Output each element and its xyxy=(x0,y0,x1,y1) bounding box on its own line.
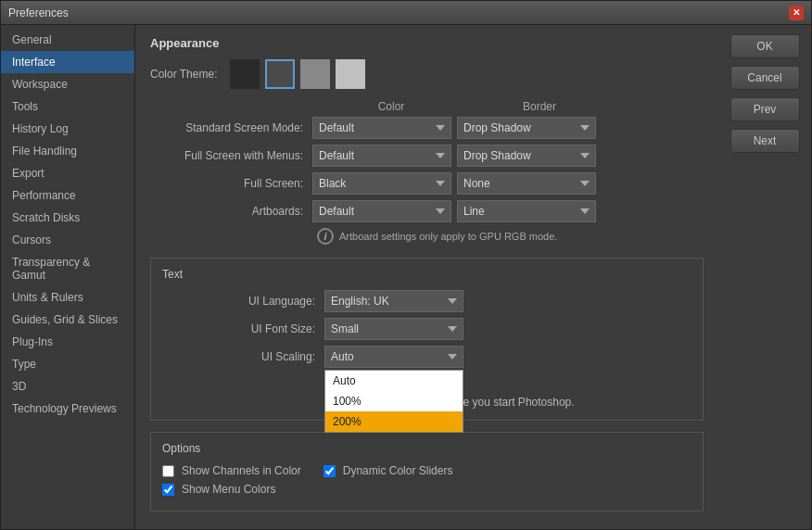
full-screen-controls: Default Black Gray White Drop Shadow Non… xyxy=(312,172,596,195)
text-section-title: Text xyxy=(162,268,691,281)
options-col-right: Dynamic Color Sliders xyxy=(324,464,453,501)
sidebar-item-3d[interactable]: 3D xyxy=(1,375,134,398)
artboards-row: Artboards: Default Black Drop Shadow Non… xyxy=(150,200,704,222)
color-theme-row: Color Theme: xyxy=(150,59,704,89)
window-title: Preferences xyxy=(8,6,69,19)
standard-screen-controls: Default Black Gray White Drop Shadow Non… xyxy=(312,117,596,139)
sidebar: General Interface Workspace Tools Histor… xyxy=(1,25,135,529)
full-screen-menus-controls: Default Black Drop Shadow None Line xyxy=(312,145,596,167)
sidebar-item-export[interactable]: Export xyxy=(1,162,134,184)
full-screen-row: Full Screen: Default Black Gray White xyxy=(150,172,704,195)
theme-swatch-dark[interactable] xyxy=(230,59,260,89)
show-menu-colors-label: Show Menu Colors xyxy=(182,483,275,496)
theme-swatch-medium-dark[interactable] xyxy=(265,59,295,89)
ui-font-size-label: UI Font Size: xyxy=(162,322,324,335)
dropdown-item-100[interactable]: 100% xyxy=(325,391,463,411)
dynamic-color-sliders-label: Dynamic Color Sliders xyxy=(343,464,453,477)
ui-scaling-label: UI Scaling: xyxy=(162,350,324,363)
sidebar-item-tools[interactable]: Tools xyxy=(1,95,134,118)
sidebar-item-performance[interactable]: Performance xyxy=(1,184,134,207)
close-button[interactable]: ✕ xyxy=(789,6,804,20)
main-panel: Appearance Color Theme: Color Border Sta… xyxy=(135,25,718,529)
options-col-left: Show Channels in Color Show Menu Colors xyxy=(162,464,301,501)
artboard-info-row: i Artboard settings only apply to GPU RG… xyxy=(317,228,704,245)
sidebar-item-workspace[interactable]: Workspace xyxy=(1,73,134,95)
ui-scaling-select-wrapper: Auto 100% 200% Auto 100% 200% xyxy=(324,346,463,368)
artboards-border-select[interactable]: Drop Shadow None Line xyxy=(457,200,596,222)
artboards-label: Artboards: xyxy=(150,205,312,218)
full-screen-menus-color-select[interactable]: Default Black xyxy=(312,145,451,167)
sidebar-item-guides-grid-slices[interactable]: Guides, Grid & Slices xyxy=(1,309,134,331)
artboards-color-select[interactable]: Default Black xyxy=(312,200,451,222)
standard-screen-color-wrapper: Default Black Gray White xyxy=(312,117,451,139)
show-menu-colors-checkbox[interactable] xyxy=(162,484,174,496)
next-button[interactable]: Next xyxy=(730,129,800,153)
full-screen-menus-border-select[interactable]: Drop Shadow None Line xyxy=(457,145,596,167)
info-icon: i xyxy=(317,228,334,245)
sidebar-item-transparency-gamut[interactable]: Transparency & Gamut xyxy=(1,251,134,286)
ui-font-size-select[interactable]: Small Medium Large xyxy=(324,318,463,340)
full-screen-menus-label: Full Screen with Menus: xyxy=(150,149,312,162)
full-screen-color-wrapper: Default Black Gray White xyxy=(312,172,451,195)
standard-screen-border-select[interactable]: Drop Shadow None Line xyxy=(457,117,596,139)
appearance-section: Appearance Color Theme: Color Border Sta… xyxy=(150,36,704,245)
show-menu-colors-row: Show Menu Colors xyxy=(162,483,301,496)
full-screen-color-select[interactable]: Default Black Gray White xyxy=(312,172,451,195)
sidebar-item-scratch-disks[interactable]: Scratch Disks xyxy=(1,207,134,229)
col-header-border: Border xyxy=(465,100,614,113)
options-title: Options xyxy=(162,442,691,455)
dynamic-color-sliders-checkbox[interactable] xyxy=(324,465,336,477)
color-theme-label: Color Theme: xyxy=(150,68,217,81)
full-screen-border-wrapper: Drop Shadow None Line xyxy=(457,172,596,195)
dropdown-item-auto[interactable]: Auto xyxy=(325,371,463,391)
ui-language-label: UI Language: xyxy=(162,295,324,308)
titlebar: Preferences ✕ xyxy=(1,1,811,25)
sidebar-item-plug-ins[interactable]: Plug-Ins xyxy=(1,331,134,353)
sidebar-item-technology-previews[interactable]: Technology Previews xyxy=(1,398,134,420)
theme-swatch-light[interactable] xyxy=(336,59,365,89)
sidebar-item-cursors[interactable]: Cursors xyxy=(1,229,134,251)
ui-scaling-row: UI Scaling: Auto 100% 200% Auto 100% 200… xyxy=(162,346,691,368)
show-channels-checkbox[interactable] xyxy=(162,465,174,477)
appearance-title: Appearance xyxy=(150,36,704,50)
ui-scaling-select[interactable]: Auto 100% 200% xyxy=(324,346,463,368)
prev-button[interactable]: Prev xyxy=(730,97,800,121)
artboard-info-text: Artboard settings only apply to GPU RGB … xyxy=(339,231,557,242)
sidebar-item-history-log[interactable]: History Log xyxy=(1,118,134,140)
dynamic-color-sliders-row: Dynamic Color Sliders xyxy=(324,464,453,477)
full-screen-label: Full Screen: xyxy=(150,177,312,190)
preferences-window: Preferences ✕ General Interface Workspac… xyxy=(0,0,812,530)
artboards-controls: Default Black Drop Shadow None Line xyxy=(312,200,596,222)
full-screen-menus-color-wrapper: Default Black xyxy=(312,145,451,167)
sidebar-item-file-handling[interactable]: File Handling xyxy=(1,140,134,162)
sidebar-item-interface[interactable]: Interface xyxy=(1,51,134,73)
cancel-button[interactable]: Cancel xyxy=(730,66,800,90)
standard-screen-label: Standard Screen Mode: xyxy=(150,121,312,134)
sidebar-item-units-rulers[interactable]: Units & Rulers xyxy=(1,286,134,309)
ui-font-size-row: UI Font Size: Small Medium Large xyxy=(162,318,691,340)
options-grid: Show Channels in Color Show Menu Colors … xyxy=(162,464,691,501)
theme-swatch-medium[interactable] xyxy=(300,59,330,89)
full-screen-menus-row: Full Screen with Menus: Default Black Dr… xyxy=(150,145,704,167)
standard-screen-color-select[interactable]: Default Black Gray White xyxy=(312,117,451,139)
standard-screen-border-wrapper: Drop Shadow None Line xyxy=(457,117,596,139)
ui-language-row: UI Language: English: UK English: US xyxy=(162,290,691,312)
show-channels-row: Show Channels in Color xyxy=(162,464,301,477)
sidebar-item-type[interactable]: Type xyxy=(1,353,134,375)
sidebar-item-general[interactable]: General xyxy=(1,29,134,51)
artboards-border-wrapper: Drop Shadow None Line xyxy=(457,200,596,222)
ui-font-size-select-wrapper: Small Medium Large xyxy=(324,318,463,340)
ui-scaling-dropdown: Auto 100% 200% xyxy=(324,370,463,433)
artboards-color-wrapper: Default Black xyxy=(312,200,451,222)
ok-button[interactable]: OK xyxy=(730,34,800,58)
ui-language-select-wrapper: English: UK English: US xyxy=(324,290,463,312)
options-section: Options Show Channels in Color Show Menu… xyxy=(150,432,704,511)
ui-language-select[interactable]: English: UK English: US xyxy=(324,290,463,312)
col-headers: Color Border xyxy=(317,100,704,113)
right-panel: OK Cancel Prev Next xyxy=(718,25,811,529)
full-screen-border-select[interactable]: Drop Shadow None Line xyxy=(457,172,596,195)
full-screen-menus-border-wrapper: Drop Shadow None Line xyxy=(457,145,596,167)
standard-screen-row: Standard Screen Mode: Default Black Gray… xyxy=(150,117,704,139)
col-header-color: Color xyxy=(317,100,465,113)
dropdown-item-200[interactable]: 200% xyxy=(325,411,463,432)
